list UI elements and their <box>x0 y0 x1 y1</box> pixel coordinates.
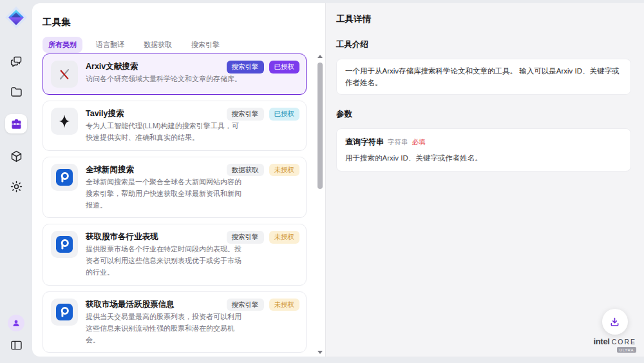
intel-core-logo: intel core ULTRA <box>593 337 636 353</box>
tool-tags: 搜索引擎已授权 <box>227 61 300 74</box>
tool-description: 全球新闻搜索是一个聚合全球各大新闻网站内容的搜索引擎，帮助用户快速获取全球最新资… <box>86 177 242 211</box>
param-type: 字符串 <box>388 138 408 147</box>
params-heading: 参数 <box>336 109 631 120</box>
category-tab[interactable]: 语言翻译 <box>90 37 130 53</box>
scrollbar[interactable] <box>317 54 324 354</box>
category-tab[interactable]: 所有类别 <box>43 37 82 53</box>
intro-text: 一个用于从Arxiv存储库搜索科学论文和文章的工具。 输入可以是Arxiv ID… <box>336 59 631 95</box>
user-avatar[interactable] <box>8 315 24 331</box>
category-tag: 搜索引擎 <box>227 299 264 311</box>
corner-widgets: intel core ULTRA <box>593 309 636 353</box>
param-row: 查询字符串字符串必填用于搜索的Arxiv ID、关键字或作者姓名。 <box>345 137 622 163</box>
app-logo <box>5 6 28 29</box>
qnews-icon <box>51 299 78 326</box>
tool-card[interactable]: 全球新闻搜索全球新闻搜索是一个聚合全球各大新闻网站内容的搜索引擎，帮助用户快速获… <box>43 157 307 219</box>
param-description: 用于搜索的Arxiv ID、关键字或作者姓名。 <box>345 153 622 163</box>
tool-name: Arxiv文献搜索 <box>86 61 242 72</box>
arxiv-icon <box>51 61 78 88</box>
left-rail <box>0 0 32 363</box>
param-required-badge: 必填 <box>412 138 426 147</box>
tool-card-body: 获取市场最活跃股票信息提供当天交易量最高的股票列表，投资者可以利用这些信息来识别… <box>86 299 242 346</box>
auth-status-badge: 未授权 <box>269 299 300 311</box>
folder-icon[interactable] <box>8 84 24 99</box>
param-name: 查询字符串 <box>345 137 384 148</box>
scroll-down-arrow-icon[interactable] <box>317 351 323 354</box>
auth-status-badge: 已授权 <box>269 108 300 121</box>
tool-detail-pane: 工具详情 工具介绍 一个用于从Arxiv存储库搜索科学论文和文章的工具。 输入可… <box>325 3 644 357</box>
auth-status-badge: 未授权 <box>269 231 300 244</box>
auth-status-badge: 未授权 <box>269 164 300 177</box>
intro-heading: 工具介绍 <box>336 39 631 50</box>
tools-list-pane: 工具集 所有类别语言翻译数据获取搜索引擎 Arxiv文献搜索访问各个研究领域大量… <box>32 3 325 357</box>
tool-card-body: 获取股市各行业表现提供股票市场各个行业在特定时间段内的表现。投资者可以利用这些信… <box>86 231 242 279</box>
tool-name: 全球新闻搜索 <box>86 164 242 175</box>
tool-description: 访问各个研究领域大量科学论文和文章的存储库。 <box>86 74 242 85</box>
ultra-badge: ULTRA <box>617 347 636 353</box>
tool-card[interactable]: Tavily搜索专为人工智能代理(LLM)构建的搜索引擎工具，可快速提供实时、准… <box>43 101 307 151</box>
rail-bottom <box>0 315 32 353</box>
tool-description: 提供当天交易量最高的股票列表，投资者可以利用这些信息来识别流动性强的股票和潜在的… <box>86 311 242 346</box>
tool-card[interactable]: Arxiv文献搜索访问各个研究领域大量科学论文和文章的存储库。搜索引擎已授权 <box>43 54 307 95</box>
tool-card-body: Tavily搜索专为人工智能代理(LLM)构建的搜索引擎工具，可快速提供实时、准… <box>86 108 242 144</box>
tool-tags: 搜索引擎未授权 <box>227 231 300 244</box>
category-tab[interactable]: 搜索引擎 <box>185 37 225 53</box>
tool-name: 获取市场最活跃股票信息 <box>86 299 242 310</box>
auth-status-badge: 已授权 <box>269 61 300 74</box>
tool-name: Tavily搜索 <box>86 108 242 119</box>
tool-card[interactable]: 获取股市各行业表现提供股票市场各个行业在特定时间段内的表现。投资者可以利用这些信… <box>43 224 307 286</box>
rail-nav <box>5 54 27 194</box>
tool-tags: 搜索引擎未授权 <box>227 299 300 311</box>
param-head: 查询字符串字符串必填 <box>345 137 622 148</box>
scrollbar-thumb[interactable] <box>317 63 323 189</box>
toolbox-icon[interactable] <box>5 114 27 133</box>
intel-wordmark: intel <box>593 337 609 346</box>
gear-icon[interactable] <box>8 179 24 194</box>
tool-tags: 搜索引擎已授权 <box>227 108 300 121</box>
category-tabs: 所有类别语言翻译数据获取搜索引擎 <box>43 37 325 53</box>
tool-card-body: 全球新闻搜索全球新闻搜索是一个聚合全球各大新闻网站内容的搜索引擎，帮助用户快速获… <box>86 164 242 211</box>
scroll-up-arrow-icon[interactable] <box>317 55 323 58</box>
category-tag: 搜索引擎 <box>227 61 264 74</box>
main-window: 工具集 所有类别语言翻译数据获取搜索引擎 Arxiv文献搜索访问各个研究领域大量… <box>32 3 644 357</box>
tavily-icon <box>51 108 78 135</box>
detail-title: 工具详情 <box>336 14 631 25</box>
download-button[interactable] <box>602 309 628 335</box>
tool-card-body: Arxiv文献搜索访问各个研究领域大量科学论文和文章的存储库。 <box>86 61 242 88</box>
core-wordmark: core <box>612 338 636 346</box>
qnews-icon <box>51 231 78 258</box>
tool-name: 获取股市各行业表现 <box>86 231 242 242</box>
params-box: 查询字符串字符串必填用于搜索的Arxiv ID、关键字或作者姓名。 <box>336 128 631 172</box>
page-title: 工具集 <box>43 16 325 28</box>
tool-card[interactable]: 获取市场最活跃股票信息提供当天交易量最高的股票列表，投资者可以利用这些信息来识别… <box>43 291 307 353</box>
panels-icon[interactable] <box>8 337 24 353</box>
tool-description: 专为人工智能代理(LLM)构建的搜索引擎工具，可快速提供实时、准确和真实的结果。 <box>86 121 242 144</box>
chat-icon[interactable] <box>8 54 24 69</box>
tool-tags: 数据获取未授权 <box>227 164 300 177</box>
category-tag: 数据获取 <box>227 164 264 177</box>
category-tab[interactable]: 数据获取 <box>138 37 178 53</box>
tool-card-list: Arxiv文献搜索访问各个研究领域大量科学论文和文章的存储库。搜索引擎已授权Ta… <box>43 54 307 357</box>
download-icon <box>609 316 621 328</box>
category-tag: 搜索引擎 <box>227 108 264 121</box>
qnews-icon <box>51 164 78 191</box>
tool-description: 提供股票市场各个行业在特定时间段内的表现。投资者可以利用这些信息来识别表现优于或… <box>86 244 242 278</box>
cube-icon[interactable] <box>8 148 24 164</box>
category-tag: 搜索引擎 <box>227 231 264 244</box>
